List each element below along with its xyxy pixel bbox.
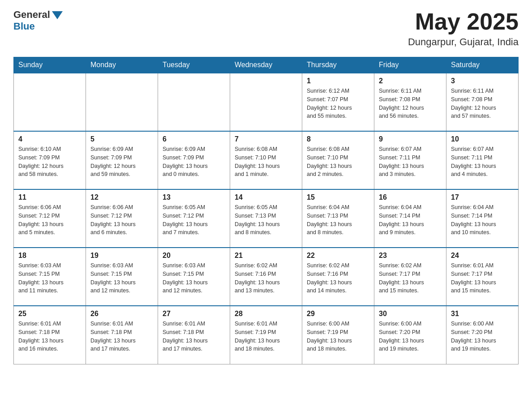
day-number: 12 <box>90 193 153 201</box>
day-number: 5 <box>90 135 153 143</box>
calendar-cell: 5Sunrise: 6:09 AM Sunset: 7:09 PM Daylig… <box>86 131 158 189</box>
calendar-cell: 14Sunrise: 6:05 AM Sunset: 7:13 PM Dayli… <box>230 189 302 248</box>
calendar-cell: 9Sunrise: 6:07 AM Sunset: 7:11 PM Daylig… <box>374 131 446 189</box>
calendar-cell: 16Sunrise: 6:04 AM Sunset: 7:14 PM Dayli… <box>374 189 446 248</box>
day-info: Sunrise: 6:09 AM Sunset: 7:09 PM Dayligh… <box>163 145 225 179</box>
day-info: Sunrise: 6:10 AM Sunset: 7:09 PM Dayligh… <box>18 145 81 179</box>
day-info: Sunrise: 6:08 AM Sunset: 7:10 PM Dayligh… <box>235 145 297 179</box>
day-info: Sunrise: 6:01 AM Sunset: 7:18 PM Dayligh… <box>163 320 225 353</box>
day-number: 21 <box>235 252 297 260</box>
calendar-cell <box>86 73 158 131</box>
calendar-cell: 28Sunrise: 6:01 AM Sunset: 7:19 PM Dayli… <box>230 306 302 364</box>
calendar-table: SundayMondayTuesdayWednesdayThursdayFrid… <box>13 57 519 364</box>
calendar-cell <box>230 73 302 131</box>
month-title: May 2025 <box>408 9 519 34</box>
week-row: 11Sunrise: 6:06 AM Sunset: 7:12 PM Dayli… <box>14 189 519 248</box>
calendar-cell: 29Sunrise: 6:00 AM Sunset: 7:19 PM Dayli… <box>302 306 374 364</box>
day-of-week-header: Thursday <box>302 57 374 73</box>
day-info: Sunrise: 6:11 AM Sunset: 7:08 PM Dayligh… <box>379 87 442 120</box>
day-info: Sunrise: 6:07 AM Sunset: 7:11 PM Dayligh… <box>379 145 442 179</box>
day-number: 7 <box>235 135 297 143</box>
calendar-cell: 31Sunrise: 6:00 AM Sunset: 7:20 PM Dayli… <box>446 306 519 364</box>
logo: General Blue <box>13 9 63 32</box>
day-info: Sunrise: 6:03 AM Sunset: 7:15 PM Dayligh… <box>90 261 153 295</box>
day-number: 16 <box>379 193 442 201</box>
day-number: 24 <box>451 252 514 260</box>
day-number: 15 <box>307 193 369 201</box>
day-number: 3 <box>451 77 514 85</box>
day-info: Sunrise: 6:06 AM Sunset: 7:12 PM Dayligh… <box>90 203 153 237</box>
day-info: Sunrise: 6:00 AM Sunset: 7:20 PM Dayligh… <box>451 320 514 353</box>
day-of-week-header: Wednesday <box>230 57 302 73</box>
day-number: 13 <box>163 193 225 201</box>
day-of-week-header: Monday <box>86 57 158 73</box>
day-number: 6 <box>163 135 225 143</box>
calendar-cell: 12Sunrise: 6:06 AM Sunset: 7:12 PM Dayli… <box>86 189 158 248</box>
logo-text: General <box>13 9 50 21</box>
day-info: Sunrise: 6:02 AM Sunset: 7:16 PM Dayligh… <box>235 261 297 295</box>
day-number: 26 <box>90 310 153 318</box>
day-info: Sunrise: 6:03 AM Sunset: 7:15 PM Dayligh… <box>18 261 81 295</box>
day-of-week-header: Sunday <box>14 57 86 73</box>
calendar-cell: 3Sunrise: 6:11 AM Sunset: 7:08 PM Daylig… <box>446 73 519 131</box>
day-info: Sunrise: 6:05 AM Sunset: 7:13 PM Dayligh… <box>235 203 297 237</box>
day-number: 19 <box>90 252 153 260</box>
day-number: 25 <box>18 310 81 318</box>
week-row: 25Sunrise: 6:01 AM Sunset: 7:18 PM Dayli… <box>14 306 519 364</box>
calendar-cell: 25Sunrise: 6:01 AM Sunset: 7:18 PM Dayli… <box>14 306 86 364</box>
day-number: 20 <box>163 252 225 260</box>
calendar-cell: 1Sunrise: 6:12 AM Sunset: 7:07 PM Daylig… <box>302 73 374 131</box>
calendar-cell: 7Sunrise: 6:08 AM Sunset: 7:10 PM Daylig… <box>230 131 302 189</box>
calendar-cell <box>158 73 230 131</box>
day-info: Sunrise: 6:05 AM Sunset: 7:12 PM Dayligh… <box>163 203 225 237</box>
calendar-cell: 23Sunrise: 6:02 AM Sunset: 7:17 PM Dayli… <box>374 248 446 306</box>
day-number: 23 <box>379 252 442 260</box>
day-number: 2 <box>379 77 442 85</box>
day-info: Sunrise: 6:01 AM Sunset: 7:18 PM Dayligh… <box>18 320 81 353</box>
day-of-week-header: Saturday <box>446 57 519 73</box>
calendar-cell: 24Sunrise: 6:01 AM Sunset: 7:17 PM Dayli… <box>446 248 519 306</box>
day-number: 29 <box>307 310 369 318</box>
calendar-cell: 8Sunrise: 6:08 AM Sunset: 7:10 PM Daylig… <box>302 131 374 189</box>
day-number: 18 <box>18 252 81 260</box>
day-info: Sunrise: 6:04 AM Sunset: 7:14 PM Dayligh… <box>451 203 514 237</box>
logo-arrow-icon <box>52 11 63 19</box>
calendar-cell: 18Sunrise: 6:03 AM Sunset: 7:15 PM Dayli… <box>14 248 86 306</box>
day-of-week-header: Friday <box>374 57 446 73</box>
day-info: Sunrise: 6:06 AM Sunset: 7:12 PM Dayligh… <box>18 203 81 237</box>
logo-blue-text: Blue <box>13 21 35 32</box>
day-number: 1 <box>307 77 369 85</box>
day-info: Sunrise: 6:11 AM Sunset: 7:08 PM Dayligh… <box>451 87 514 120</box>
calendar-cell: 26Sunrise: 6:01 AM Sunset: 7:18 PM Dayli… <box>86 306 158 364</box>
day-info: Sunrise: 6:02 AM Sunset: 7:16 PM Dayligh… <box>307 261 369 295</box>
calendar-cell: 22Sunrise: 6:02 AM Sunset: 7:16 PM Dayli… <box>302 248 374 306</box>
day-number: 31 <box>451 310 514 318</box>
day-number: 10 <box>451 135 514 143</box>
title-block: May 2025 Dungarpur, Gujarat, India <box>408 9 519 48</box>
day-info: Sunrise: 6:12 AM Sunset: 7:07 PM Dayligh… <box>307 87 369 120</box>
day-info: Sunrise: 6:01 AM Sunset: 7:18 PM Dayligh… <box>90 320 153 353</box>
day-number: 8 <box>307 135 369 143</box>
calendar-cell: 13Sunrise: 6:05 AM Sunset: 7:12 PM Dayli… <box>158 189 230 248</box>
week-row: 18Sunrise: 6:03 AM Sunset: 7:15 PM Dayli… <box>14 248 519 306</box>
calendar-cell: 27Sunrise: 6:01 AM Sunset: 7:18 PM Dayli… <box>158 306 230 364</box>
calendar-cell: 21Sunrise: 6:02 AM Sunset: 7:16 PM Dayli… <box>230 248 302 306</box>
calendar-cell <box>14 73 86 131</box>
calendar-cell: 30Sunrise: 6:00 AM Sunset: 7:20 PM Dayli… <box>374 306 446 364</box>
calendar-cell: 17Sunrise: 6:04 AM Sunset: 7:14 PM Dayli… <box>446 189 519 248</box>
day-number: 28 <box>235 310 297 318</box>
day-info: Sunrise: 6:01 AM Sunset: 7:17 PM Dayligh… <box>451 261 514 295</box>
day-number: 30 <box>379 310 442 318</box>
calendar-cell: 19Sunrise: 6:03 AM Sunset: 7:15 PM Dayli… <box>86 248 158 306</box>
day-info: Sunrise: 6:09 AM Sunset: 7:09 PM Dayligh… <box>90 145 153 179</box>
calendar-header-row: SundayMondayTuesdayWednesdayThursdayFrid… <box>14 57 519 73</box>
day-info: Sunrise: 6:08 AM Sunset: 7:10 PM Dayligh… <box>307 145 369 179</box>
day-number: 27 <box>163 310 225 318</box>
day-number: 14 <box>235 193 297 201</box>
day-info: Sunrise: 6:04 AM Sunset: 7:13 PM Dayligh… <box>307 203 369 237</box>
calendar-cell: 20Sunrise: 6:03 AM Sunset: 7:15 PM Dayli… <box>158 248 230 306</box>
day-info: Sunrise: 6:00 AM Sunset: 7:19 PM Dayligh… <box>307 320 369 353</box>
day-info: Sunrise: 6:07 AM Sunset: 7:11 PM Dayligh… <box>451 145 514 179</box>
day-number: 17 <box>451 193 514 201</box>
day-info: Sunrise: 6:03 AM Sunset: 7:15 PM Dayligh… <box>163 261 225 295</box>
